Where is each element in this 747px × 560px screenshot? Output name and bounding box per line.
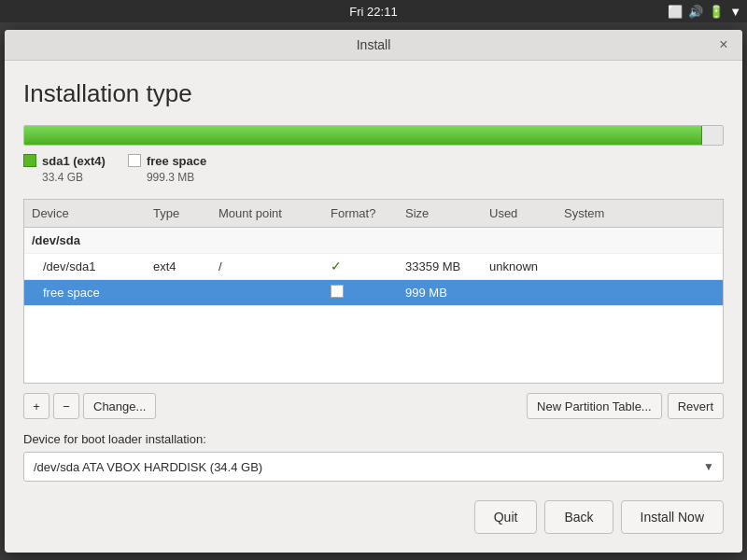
toolbar: + − Change... New Partition Table... Rev… — [23, 384, 724, 427]
top-bar: Fri 22:11 ⬜ 🔊 🔋 ▼ — [0, 0, 747, 22]
boot-loader-label: Device for boot loader installation: — [23, 432, 724, 446]
boot-loader-section: Device for boot loader installation: /de… — [23, 427, 724, 491]
cell-mount — [211, 288, 323, 296]
partition-table: Device Type Mount point Format? Size Use… — [23, 199, 724, 384]
clock: Fri 22:11 — [349, 5, 397, 19]
check-icon: ✓ — [331, 259, 342, 273]
cell-used — [482, 288, 557, 296]
cell-system — [557, 288, 723, 296]
dialog-title: Install — [357, 37, 391, 52]
cell-device: /dev/sda — [24, 230, 146, 251]
cell-format[interactable] — [323, 281, 398, 304]
boot-loader-select-wrapper: /dev/sda ATA VBOX HARDDISK (34.4 GB) ▼ — [23, 452, 724, 482]
cell-format: ✓ — [323, 255, 398, 277]
legend-free: free space 999.3 MB — [128, 153, 206, 186]
col-size: Size — [398, 203, 482, 223]
add-partition-button[interactable]: + — [23, 393, 49, 419]
cell-used — [482, 236, 557, 244]
table-row[interactable]: free space 999 MB — [24, 280, 723, 306]
cell-size: 999 MB — [398, 282, 482, 303]
change-partition-button[interactable]: Change... — [83, 393, 156, 419]
remove-partition-button[interactable]: − — [53, 393, 79, 419]
top-bar-icons: ⬜ 🔊 🔋 ▼ — [668, 5, 741, 19]
monitor-icon: ⬜ — [668, 5, 683, 19]
page-title: Installation type — [23, 79, 724, 108]
table-body: /dev/sda /dev/sda1 ext4 / ✓ 33359 MB unk… — [24, 228, 723, 383]
new-partition-table-button[interactable]: New Partition Table... — [527, 393, 662, 419]
disk-legend: sda1 (ext4) 33.4 GB free space 999.3 MB — [23, 153, 724, 186]
back-button[interactable]: Back — [544, 500, 613, 534]
col-mount: Mount point — [211, 203, 323, 223]
cell-system — [557, 262, 723, 270]
cell-device: free space — [24, 282, 146, 303]
legend-used-name: sda1 (ext4) — [42, 153, 106, 170]
cell-system — [557, 236, 723, 244]
table-header: Device Type Mount point Format? Size Use… — [24, 200, 723, 228]
toolbar-right: New Partition Table... Revert — [527, 393, 724, 419]
cell-type — [146, 288, 211, 296]
dialog-content: Installation type sda1 (ext4) 33.4 GB fr… — [5, 61, 742, 553]
legend-used: sda1 (ext4) 33.4 GB — [23, 153, 106, 186]
col-type: Type — [146, 203, 211, 223]
legend-box-free — [128, 154, 141, 167]
col-format: Format? — [323, 203, 398, 223]
table-row[interactable]: /dev/sda — [24, 228, 723, 254]
cell-used: unknown — [482, 256, 557, 277]
battery-icon: 🔋 — [709, 5, 724, 19]
disk-bar-free — [702, 126, 723, 145]
quit-button[interactable]: Quit — [474, 500, 538, 534]
cell-format — [323, 236, 398, 244]
legend-used-size: 33.4 GB — [42, 170, 106, 186]
cell-size: 33359 MB — [398, 256, 482, 277]
cell-mount: / — [211, 256, 323, 277]
cell-size — [398, 236, 482, 244]
cell-device: /dev/sda1 — [24, 256, 146, 277]
col-device: Device — [24, 203, 146, 223]
disk-bar — [23, 125, 724, 146]
legend-free-name: free space — [147, 153, 206, 170]
legend-box-used — [23, 154, 36, 167]
col-used: Used — [482, 203, 557, 223]
install-dialog: Install × Installation type sda1 (ext4) … — [5, 30, 742, 553]
col-system: System — [557, 203, 723, 223]
bottom-buttons: Quit Back Install Now — [23, 491, 724, 538]
cell-type: ext4 — [146, 256, 211, 277]
legend-free-size: 999.3 MB — [147, 170, 206, 186]
install-now-button[interactable]: Install Now — [621, 500, 724, 534]
dialog-titlebar: Install × — [5, 30, 742, 61]
revert-button[interactable]: Revert — [668, 393, 724, 419]
table-row[interactable]: /dev/sda1 ext4 / ✓ 33359 MB unknown — [24, 254, 723, 280]
format-checkbox[interactable] — [331, 285, 344, 298]
dropdown-icon: ▼ — [729, 5, 741, 19]
disk-bar-used — [24, 126, 702, 145]
close-button[interactable]: × — [714, 35, 733, 54]
volume-icon: 🔊 — [688, 5, 703, 19]
cell-mount — [211, 236, 323, 244]
cell-type — [146, 236, 211, 244]
boot-loader-select[interactable]: /dev/sda ATA VBOX HARDDISK (34.4 GB) — [23, 452, 724, 482]
